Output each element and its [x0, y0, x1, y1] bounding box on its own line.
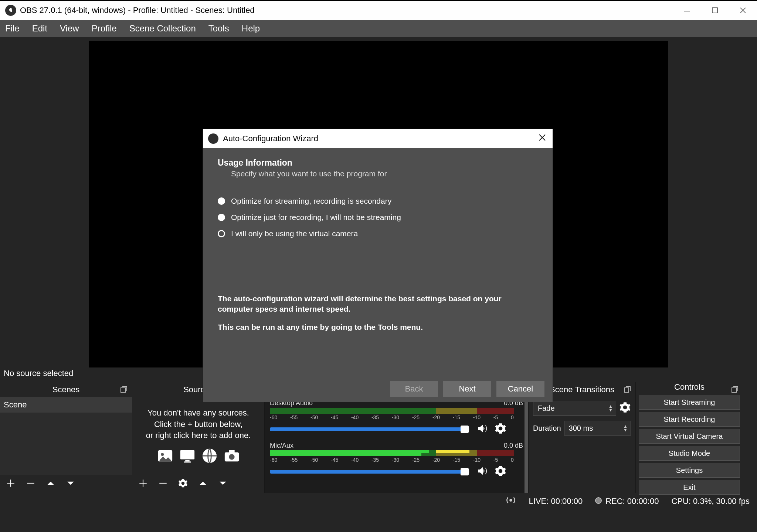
image-icon [157, 447, 174, 464]
scenes-dock: Scenes Scene [0, 382, 132, 493]
sources-empty-line: or right click here to add one. [146, 430, 251, 441]
scenes-title: Scenes [52, 385, 79, 394]
dialog-titlebar: Auto-Configuration Wizard [203, 129, 553, 148]
start-recording-button[interactable]: Start Recording [639, 412, 740, 427]
add-scene-button[interactable] [6, 478, 16, 489]
svg-rect-13 [229, 450, 234, 453]
window-close-button[interactable] [729, 1, 757, 20]
dialog-body: Usage Information Specify what you want … [203, 148, 553, 376]
speaker-icon[interactable] [476, 423, 488, 436]
mixer-scrollbar[interactable] [525, 397, 528, 493]
studio-mode-button[interactable]: Studio Mode [639, 446, 740, 461]
popout-icon[interactable] [731, 386, 739, 393]
scene-transitions-title: Scene Transitions [550, 385, 614, 394]
controls-title: Controls [674, 382, 705, 392]
obs-logo-icon [208, 133, 218, 144]
window-maximize-button[interactable] [701, 1, 729, 20]
menu-tools[interactable]: Tools [208, 23, 229, 34]
add-source-button[interactable] [138, 478, 148, 489]
speaker-icon[interactable] [476, 465, 488, 478]
svg-rect-10 [184, 462, 191, 463]
obs-logo-icon [5, 5, 16, 16]
dialog-title: Auto-Configuration Wizard [223, 134, 318, 143]
chevron-updown-icon: ▲▼ [608, 404, 613, 412]
svg-rect-1 [712, 8, 717, 13]
scenes-footer [0, 475, 132, 493]
menu-scene-collection[interactable]: Scene Collection [129, 23, 196, 34]
settings-button[interactable]: Settings [639, 463, 740, 478]
mixer-track-db: 0.0 dB [504, 442, 523, 450]
back-button[interactable]: Back [390, 381, 438, 397]
svg-rect-9 [185, 460, 190, 462]
mixer-track-desktop-audio: Desktop Audio 0.0 dB -60-55-50-45-40-35-… [270, 399, 523, 436]
svg-rect-16 [624, 388, 629, 392]
scene-down-button[interactable] [66, 478, 75, 489]
source-down-button[interactable] [218, 478, 228, 489]
wizard-note: The auto-configuration wizard will deter… [218, 294, 538, 315]
remove-source-button[interactable] [158, 478, 168, 489]
menu-file[interactable]: File [5, 23, 20, 34]
broadcast-icon [505, 495, 516, 508]
exit-button[interactable]: Exit [639, 480, 740, 495]
menu-edit[interactable]: Edit [32, 23, 47, 34]
duration-label: Duration [533, 424, 561, 433]
sources-empty-line: Click the + button below, [154, 419, 242, 430]
next-button[interactable]: Next [443, 381, 491, 397]
remove-scene-button[interactable] [26, 478, 35, 489]
wizard-option-virtual-camera[interactable]: I will only be using the virtual camera [218, 229, 538, 238]
rec-status: REC: 00:00:00 [605, 497, 659, 506]
no-source-label: No source selected [4, 369, 73, 378]
radio-icon [218, 197, 225, 205]
transition-select[interactable]: Fade ▲▼ [533, 401, 616, 416]
dialog-close-button[interactable] [538, 133, 547, 145]
svg-point-7 [161, 453, 164, 456]
popout-icon[interactable] [120, 386, 128, 393]
wizard-option-streaming[interactable]: Optimize for streaming, recording is sec… [218, 197, 538, 206]
wizard-subheading: Specify what you want to use the program… [231, 169, 538, 178]
cancel-button[interactable]: Cancel [496, 381, 544, 397]
track-settings-gear-icon[interactable] [495, 423, 506, 436]
start-virtual-camera-button[interactable]: Start Virtual Camera [639, 429, 740, 444]
wizard-note: This can be run at any time by going to … [218, 322, 538, 332]
svg-point-18 [509, 499, 512, 502]
audio-mixer-body: Desktop Audio 0.0 dB -60-55-50-45-40-35-… [265, 397, 528, 493]
wizard-option-label: Optimize just for recording, I will not … [231, 213, 401, 222]
scene-up-button[interactable] [46, 478, 55, 489]
wizard-option-label: I will only be using the virtual camera [231, 229, 358, 238]
duration-value: 300 ms [569, 424, 593, 433]
transition-settings-gear-icon[interactable] [619, 401, 631, 415]
sources-footer [132, 475, 264, 493]
controls-dock: Controls Start Streaming Start Recording… [636, 382, 743, 493]
wizard-heading: Usage Information [218, 158, 538, 168]
volume-slider[interactable] [270, 470, 469, 474]
scenes-list[interactable]: Scene [0, 397, 132, 475]
rec-dot-icon [595, 497, 602, 504]
globe-icon [201, 447, 218, 464]
volume-slider[interactable] [270, 427, 469, 431]
meter-ticks: -60-55-50-45-40-35-30-25-20-15-10-50 [270, 457, 514, 464]
popout-icon[interactable] [624, 386, 631, 393]
start-streaming-button[interactable]: Start Streaming [639, 395, 740, 410]
audio-meter [270, 408, 514, 414]
radio-icon [218, 214, 225, 221]
mixer-track-name: Mic/Aux [270, 442, 293, 450]
radio-icon [218, 230, 225, 237]
menubar: File Edit View Profile Scene Collection … [0, 20, 757, 37]
source-settings-gear-icon[interactable] [178, 478, 188, 489]
window-minimize-button[interactable] [673, 1, 701, 20]
camera-icon [223, 447, 240, 464]
scene-item[interactable]: Scene [0, 397, 132, 413]
menu-help[interactable]: Help [242, 23, 260, 34]
menu-view[interactable]: View [60, 23, 79, 34]
svg-rect-17 [732, 388, 736, 392]
cpu-status: CPU: 0.3%, 30.00 fps [671, 497, 750, 506]
menu-profile[interactable]: Profile [92, 23, 117, 34]
sources-empty[interactable]: You don't have any sources. Click the + … [132, 397, 264, 475]
track-settings-gear-icon[interactable] [495, 465, 506, 478]
svg-rect-4 [121, 388, 125, 392]
controls-header: Controls [636, 382, 743, 392]
wizard-option-recording[interactable]: Optimize just for recording, I will not … [218, 213, 538, 222]
live-status: LIVE: 00:00:00 [529, 497, 583, 506]
duration-stepper[interactable]: 300 ms ▲▼ [564, 421, 631, 436]
source-up-button[interactable] [198, 478, 208, 489]
